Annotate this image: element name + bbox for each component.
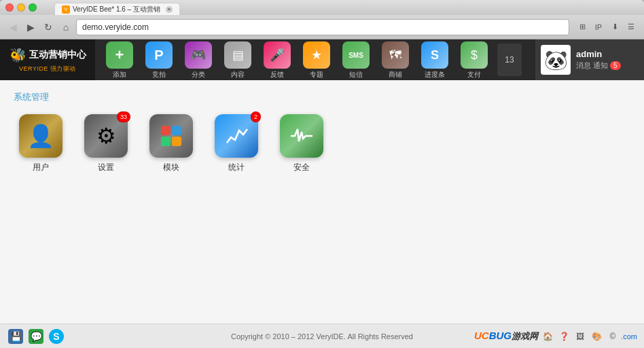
app-add[interactable]: + 添加	[101, 39, 139, 81]
maximize-button[interactable]	[29, 3, 37, 12]
payment-label: 支付	[467, 70, 481, 80]
stats-chart	[224, 124, 249, 148]
bee-icon: 🐝	[10, 47, 26, 63]
browser-window: V VeryIDE Bee* 1.6 – 互动营销 × ◀ ▶ ↻ ⌂ demo…	[0, 0, 644, 348]
user-icon: 👤	[19, 114, 62, 158]
tab-bar: V VeryIDE Bee* 1.6 – 互动营销 ×	[54, 0, 180, 15]
app-special[interactable]: ★ 专题	[298, 39, 336, 81]
reload-button[interactable]: ↻	[41, 20, 56, 35]
footer-nav-icons: 🏠 ❓ 🖼 🎨 © .com	[541, 330, 636, 343]
tab-title: VeryIDE Bee* 1.6 – 互动营销	[73, 5, 160, 14]
user-panel: 🐼 admin 消息 通知 5	[535, 39, 644, 80]
toolbar-apps: + 添加 P 竞拍 🎮 分类	[95, 39, 535, 81]
special-label: 专题	[310, 70, 323, 80]
footer-image-icon[interactable]: 🖼	[573, 330, 587, 343]
title-bar: V VeryIDE Bee* 1.6 – 互动营销 ×	[0, 0, 644, 15]
app-content[interactable]: ▤ 内容	[219, 39, 257, 81]
browser-toolbar-icons: ⊞ IP ⬇ ☰	[575, 20, 639, 35]
bookmark-icon[interactable]: ⊞	[575, 20, 590, 35]
page-icon-modules[interactable]: 模块	[144, 114, 198, 173]
app-progress[interactable]: S 进度条	[416, 39, 454, 81]
security-icon	[280, 114, 323, 158]
footer-home-icon[interactable]: 🏠	[541, 330, 554, 343]
footer-chat-icon[interactable]: 💬	[29, 329, 43, 344]
user-info: admin 消息 通知 5	[576, 49, 621, 71]
section-title: 系统管理	[14, 91, 630, 103]
back-button[interactable]: ◀	[5, 20, 20, 35]
auction-icon: P	[145, 41, 173, 69]
wwf-logo: 🐼	[541, 45, 571, 75]
settings-icon: ⚙ 33	[84, 114, 128, 158]
notification-count: 13	[505, 55, 514, 65]
modules-label: 模块	[163, 162, 179, 173]
category-icon: 🎮	[185, 41, 212, 69]
icon-grid: 👤 用户 ⚙ 33 设置	[14, 114, 630, 173]
home-button[interactable]: ⌂	[58, 20, 73, 35]
browser-toolbar: ◀ ▶ ↻ ⌂ demo.veryide.com ⊞ IP ⬇ ☰	[0, 15, 644, 39]
heartbeat-chart	[289, 124, 314, 148]
footer-color-icon[interactable]: 🎨	[590, 330, 603, 343]
tab-close-button[interactable]: ×	[166, 6, 173, 13]
modules-icon	[149, 114, 193, 158]
browser-tab[interactable]: V VeryIDE Bee* 1.6 – 互动营销 ×	[54, 3, 180, 15]
logo-title: 互动营销中心	[29, 49, 86, 60]
footer: 💾 💬 S Copyright © 2010 – 2012 VeryIDE. A…	[0, 324, 644, 348]
window-buttons	[5, 3, 37, 12]
app-category[interactable]: 🎮 分类	[179, 39, 217, 81]
footer-help-icon[interactable]: ❓	[557, 330, 571, 343]
stats-badge: 2	[251, 111, 261, 122]
progress-label: 进度条	[425, 70, 445, 80]
category-label: 分类	[192, 70, 205, 80]
app-store[interactable]: 🗺 商铺	[376, 39, 414, 81]
ucbug-logo: UCBUG游戏网	[474, 330, 538, 343]
footer-copy-icon: ©	[606, 330, 620, 343]
settings-badge: 33	[117, 111, 130, 122]
forward-button[interactable]: ▶	[23, 20, 38, 35]
app-sms[interactable]: SMS 短信	[337, 39, 375, 81]
logo-subtitle: VERYIDE 强力驱动	[19, 65, 76, 73]
close-button[interactable]	[5, 3, 14, 12]
store-label: 商铺	[389, 70, 402, 80]
progress-icon: S	[421, 41, 448, 69]
footer-left: 💾 💬 S	[8, 329, 64, 344]
page-icon-settings[interactable]: ⚙ 33 设置	[79, 114, 133, 173]
page-icon-user[interactable]: 👤 用户	[14, 114, 68, 173]
app-feedback[interactable]: 🎤 反馈	[258, 39, 296, 81]
notification-area[interactable]: 13	[497, 44, 522, 76]
add-label: 添加	[113, 70, 126, 80]
payment-icon: $	[461, 41, 488, 69]
footer-domain-label: .com	[622, 330, 636, 343]
sms-icon: SMS	[342, 41, 370, 69]
download-icon[interactable]: ⬇	[607, 20, 622, 35]
feedback-icon: 🎤	[264, 41, 291, 69]
page-content: 🐝 互动营销中心 VERYIDE 强力驱动 + 添加 P 竞拍	[0, 39, 644, 348]
logo-area: 🐝 互动营销中心 VERYIDE 强力驱动	[0, 39, 95, 80]
logo-top: 🐝 互动营销中心	[10, 47, 86, 63]
user-name: admin	[576, 49, 621, 59]
store-icon: 🗺	[382, 41, 409, 69]
address-bar[interactable]: demo.veryide.com	[76, 19, 569, 35]
stats-label: 统计	[228, 162, 245, 173]
page-icon-security[interactable]: 安全	[274, 114, 329, 173]
app-header: 🐝 互动营销中心 VERYIDE 强力驱动 + 添加 P 竞拍	[0, 39, 644, 80]
url-text: demo.veryide.com	[82, 22, 149, 32]
stats-icon: 2	[215, 114, 258, 158]
app-payment[interactable]: $ 支付	[455, 39, 493, 81]
content-icon: ▤	[224, 41, 251, 69]
menu-icon[interactable]: ☰	[624, 20, 639, 35]
panda-icon: 🐼	[544, 49, 568, 71]
page-icon-stats[interactable]: 2 统计	[209, 114, 264, 173]
minimize-button[interactable]	[17, 3, 25, 12]
notif-count: 5	[610, 61, 621, 70]
settings-label: 设置	[98, 162, 114, 173]
tab-favicon: V	[62, 5, 70, 14]
user-notifications[interactable]: 消息 通知 5	[576, 60, 621, 71]
feedback-label: 反馈	[270, 70, 284, 80]
footer-copyright: Copyright © 2010 – 2012 VeryIDE. All Rig…	[231, 332, 413, 341]
footer-save-icon[interactable]: 💾	[8, 329, 23, 344]
app-auction[interactable]: P 竞拍	[140, 39, 178, 81]
extensions-icon[interactable]: IP	[591, 20, 606, 35]
footer-skype-icon[interactable]: S	[49, 329, 64, 344]
security-label: 安全	[293, 162, 310, 173]
sms-label: 短信	[349, 70, 363, 80]
